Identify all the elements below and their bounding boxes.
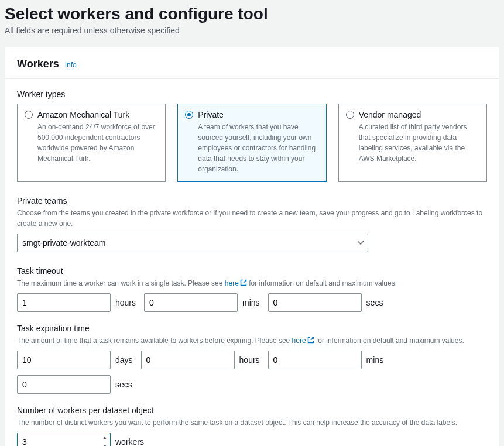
workers-per-object-label: Number of workers per dataset object: [17, 406, 487, 415]
radio-title: Amazon Mechanical Turk: [37, 110, 129, 119]
worker-types-label: Worker types: [17, 90, 487, 99]
task-expiration-label: Task expiration time: [17, 324, 487, 333]
unit-label: workers: [115, 437, 144, 446]
unit-label: hours: [115, 298, 136, 307]
task-expiration-mins-input[interactable]: [268, 351, 362, 369]
select-value: smgt-private-workteam: [22, 238, 105, 248]
radio-description: An on-demand 24/7 workforce of over 500,…: [37, 122, 158, 164]
task-timeout-help-link[interactable]: here: [225, 279, 247, 287]
worker-type-private[interactable]: Private A team of workers that you have …: [177, 104, 326, 182]
stepper-up-button[interactable]: ▲: [100, 433, 110, 442]
worker-types-group: Amazon Mechanical Turk An on-demand 24/7…: [17, 104, 487, 182]
external-link-icon: [307, 337, 314, 344]
task-expiration-hours-input[interactable]: [141, 351, 235, 369]
unit-label: mins: [366, 355, 384, 365]
stepper-down-button[interactable]: ▼: [100, 442, 110, 446]
task-timeout-label: Task timeout: [17, 266, 487, 276]
task-expiration-secs-input[interactable]: [17, 375, 111, 394]
task-timeout-help: The maximum time a worker can work in a …: [17, 278, 487, 289]
radio-icon: [346, 111, 354, 119]
unit-label: secs: [115, 380, 132, 389]
radio-title: Private: [198, 110, 224, 119]
task-timeout-mins-input[interactable]: [144, 293, 238, 312]
unit-label: secs: [366, 298, 383, 307]
task-timeout-secs-input[interactable]: [268, 293, 362, 312]
panel-heading: Workers: [17, 58, 59, 70]
private-teams-label: Private teams: [17, 196, 487, 205]
unit-label: hours: [239, 355, 260, 365]
radio-description: A curated list of third party vendors th…: [359, 122, 479, 164]
radio-icon: [25, 111, 33, 119]
radio-icon: [185, 111, 193, 119]
worker-type-mechanical-turk[interactable]: Amazon Mechanical Turk An on-demand 24/7…: [17, 104, 166, 182]
workers-per-object-input[interactable]: [17, 433, 111, 446]
radio-title: Vendor managed: [359, 110, 421, 119]
workers-per-object-help: The number of distinct workers you want …: [17, 417, 487, 428]
task-expiration-help-link[interactable]: here: [292, 337, 314, 345]
radio-description: A team of workers that you have sourced …: [198, 122, 318, 174]
info-link[interactable]: Info: [65, 61, 77, 69]
page-subtitle: All fields are required unless otherwise…: [5, 26, 499, 35]
external-link-icon: [240, 279, 247, 286]
page-title: Select workers and configure tool: [5, 5, 499, 23]
task-expiration-days-input[interactable]: [17, 351, 111, 369]
task-timeout-hours-input[interactable]: [17, 293, 111, 312]
private-teams-help: Choose from the teams you created in the…: [17, 208, 487, 229]
unit-label: days: [115, 355, 133, 365]
task-expiration-help: The amount of time that a task remains a…: [17, 335, 487, 346]
worker-type-vendor-managed[interactable]: Vendor managed A curated list of third p…: [338, 104, 487, 182]
private-teams-select[interactable]: smgt-private-workteam: [17, 234, 368, 252]
unit-label: mins: [242, 298, 260, 307]
workers-panel: Workers Info Worker types Amazon Mechani…: [5, 47, 499, 446]
